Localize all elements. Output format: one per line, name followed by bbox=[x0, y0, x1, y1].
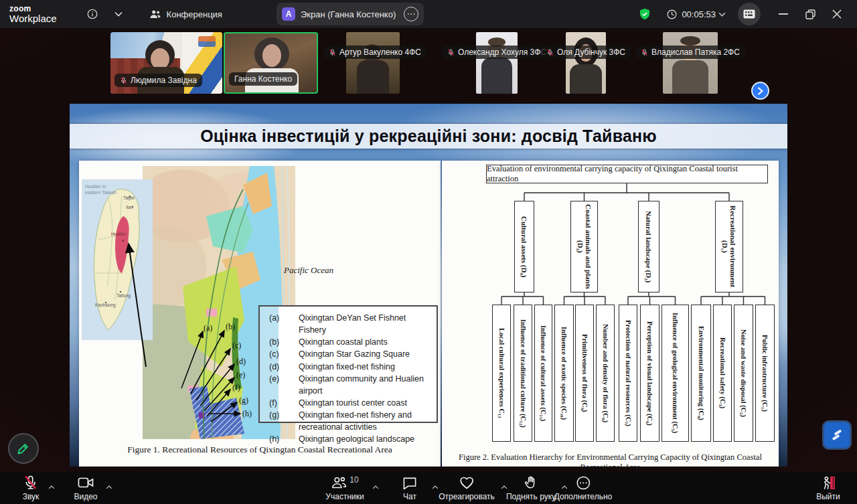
more-label: Дополнительно bbox=[554, 492, 612, 501]
meeting-stage: Людмила Завідна Ганна Костенко Артур Вак… bbox=[0, 28, 857, 472]
video-tile-vladyslav[interactable] bbox=[663, 32, 718, 94]
video-tile-oleksandr[interactable] bbox=[476, 32, 518, 94]
hierarchy-c-box: Noise and waste disposal (C₂) bbox=[734, 305, 753, 442]
video-options-chevron[interactable] bbox=[106, 480, 112, 492]
tab-conference[interactable]: Конференция bbox=[149, 9, 222, 19]
participants-options-chevron[interactable] bbox=[372, 480, 379, 492]
shared-screen-slide: Оцінка інвестицій у рекреаційні зони: до… bbox=[70, 104, 787, 467]
legend-text: Qixingtan tourist center coast bbox=[297, 397, 433, 409]
hierarchy-c-box: Environmental monitoring (C₄) bbox=[691, 305, 711, 442]
timer-chevron-icon[interactable] bbox=[718, 12, 726, 17]
hierarchy-c-box: Influence of traditional culture (C₁₂) bbox=[514, 305, 532, 442]
annotate-button[interactable] bbox=[8, 433, 39, 464]
participant-name: Олександр Хохуля 3ФС bbox=[458, 48, 546, 57]
hierarchy-c-box: Public infrastructure (C₁) bbox=[755, 305, 775, 442]
legend-text: Qixingtan community and Hualien airport bbox=[297, 373, 433, 397]
leave-button[interactable]: Выйти bbox=[816, 474, 840, 501]
hierarchy-d-box: Natural landscape (D₂) bbox=[638, 201, 659, 292]
inset-city-taitung: Taitung bbox=[116, 293, 131, 299]
mic-muted-icon bbox=[23, 474, 39, 491]
leave-door-icon bbox=[820, 474, 836, 491]
avatar: A bbox=[282, 7, 295, 21]
raise-hand-button[interactable]: Поднять руку bbox=[506, 474, 556, 501]
tab-screen-share[interactable]: A Экран (Ганна Костенко) ⋯ bbox=[277, 3, 424, 25]
react-button[interactable]: Отреагировать bbox=[439, 474, 495, 501]
legend-key: (a) bbox=[269, 312, 297, 336]
map-arrow-label-c: (c) bbox=[232, 341, 241, 350]
pencil-icon bbox=[16, 441, 31, 456]
more-button[interactable]: Дополнительно bbox=[554, 474, 612, 501]
next-participants-button[interactable] bbox=[751, 82, 769, 100]
chat-icon bbox=[402, 474, 418, 491]
mic-muted-icon bbox=[447, 49, 455, 56]
apps-grid-icon[interactable] bbox=[738, 3, 761, 25]
minimize-button[interactable] bbox=[770, 0, 797, 28]
inset-city-hualien: Hualien bbox=[111, 232, 126, 236]
logo-workplace-text: Workplace bbox=[9, 13, 57, 23]
slide-title: Оцінка інвестицій у рекреаційні зони: до… bbox=[200, 127, 657, 146]
video-tile-artur[interactable] bbox=[346, 32, 400, 94]
chat-button[interactable]: Чат bbox=[402, 474, 418, 501]
figure1-panel: (a) (b) (c) (d) (e) (f) (g) (h) Hualien … bbox=[79, 161, 441, 467]
leave-label: Выйти bbox=[816, 492, 840, 501]
legend-key: (d) bbox=[269, 361, 297, 373]
map-arrow-label-b: (b) bbox=[226, 322, 235, 331]
heart-icon bbox=[459, 474, 475, 491]
audio-options-chevron[interactable] bbox=[48, 480, 55, 492]
inset-title-line1: Hualien in bbox=[85, 184, 106, 189]
participants-button[interactable]: 10 Участники bbox=[325, 474, 364, 501]
browser-widget-icon[interactable] bbox=[822, 420, 852, 450]
security-shield-icon[interactable] bbox=[638, 7, 651, 21]
slide-title-band: Оцінка інвестицій у рекреаційні зони: до… bbox=[70, 124, 787, 149]
audio-button[interactable]: Звук bbox=[23, 474, 40, 501]
participant-nameplate: Артур Вакуленко 4ФС bbox=[323, 46, 426, 59]
mic-muted-icon bbox=[120, 77, 127, 84]
info-icon[interactable] bbox=[86, 8, 98, 20]
people-icon bbox=[149, 9, 161, 19]
video-tile-olya[interactable] bbox=[566, 32, 606, 94]
map-arrow-label-f: (f) bbox=[232, 383, 240, 392]
legend-key: (b) bbox=[269, 336, 297, 348]
hierarchy-root-box: Evaluation of environmental carrying cap… bbox=[486, 165, 768, 183]
participant-name: Артур Вакуленко 4ФС bbox=[339, 48, 421, 57]
inset-title-line2: eastern Taiwan bbox=[85, 190, 116, 195]
map-arrow-label-d: (d) bbox=[236, 357, 246, 366]
logo-zoom-text: zoom bbox=[9, 5, 57, 13]
mic-muted-icon bbox=[546, 49, 554, 56]
map-arrow-label-g: (g) bbox=[239, 396, 248, 405]
inset-city-taipei: Taipei bbox=[123, 195, 135, 201]
close-window-button[interactable] bbox=[824, 0, 850, 28]
video-tile-hanna-active[interactable]: Ганна Костенко bbox=[224, 32, 318, 94]
video-label: Видео bbox=[74, 492, 97, 501]
participants-label: Участники bbox=[325, 492, 364, 501]
video-button[interactable]: Видео bbox=[74, 474, 97, 501]
legend-text: Qixingtan fixed-net fishery and recreati… bbox=[297, 409, 433, 433]
video-tile-lyudmyla[interactable]: Людмила Завідна bbox=[110, 32, 222, 94]
tab-conference-label: Конференция bbox=[167, 9, 222, 19]
zoom-workplace-logo: zoom Workplace bbox=[9, 5, 57, 23]
chevron-down-icon[interactable] bbox=[114, 11, 123, 17]
hierarchy-c-box: Local cultural experiences C₁₃ bbox=[492, 305, 511, 442]
meeting-toolbar: Звук Видео 10 Участники Чат Отреагиров bbox=[0, 472, 857, 504]
mic-muted-icon bbox=[641, 49, 648, 56]
raised-hand-icon bbox=[524, 474, 538, 491]
participant-nameplate: Людмила Завідна bbox=[114, 74, 202, 87]
legend-key: (e) bbox=[269, 373, 297, 397]
chat-options-chevron[interactable] bbox=[432, 480, 439, 492]
meeting-timer: 00:05:53 bbox=[682, 9, 716, 19]
map-legend: (a)Qixingtan DeYan Set Fishnet Fishery (… bbox=[258, 305, 438, 423]
map-arrow-label-a: (a) bbox=[204, 323, 212, 333]
restore-window-button[interactable] bbox=[797, 0, 824, 28]
raise-hand-label: Поднять руку bbox=[506, 492, 556, 501]
hierarchy-d-box: Coastal animals and plants (D₃) bbox=[570, 201, 598, 292]
map-arrow-label-h: (h) bbox=[242, 409, 252, 418]
legend-key: (f) bbox=[269, 397, 297, 409]
more-ellipsis-icon bbox=[576, 474, 591, 491]
figure2-panel: Evaluation of environmental carrying cap… bbox=[442, 161, 779, 467]
tab-options-icon[interactable]: ⋯ bbox=[404, 7, 418, 21]
participants-icon: 10 bbox=[331, 474, 358, 491]
legend-text: Qixingtan Star Gazing Square bbox=[297, 348, 433, 360]
participant-name: Людмила Завідна bbox=[131, 76, 197, 85]
clock-icon bbox=[666, 9, 678, 20]
s-logo-icon bbox=[828, 426, 846, 444]
